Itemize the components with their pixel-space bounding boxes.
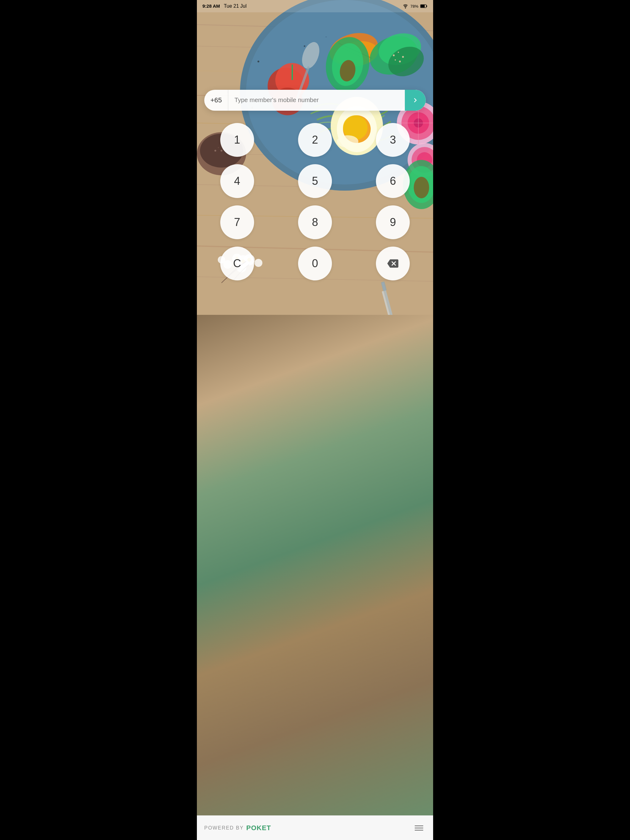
numpad-key-9[interactable]: 9 <box>376 205 410 239</box>
main-content: +65 123456789C0 <box>197 0 433 840</box>
menu-line-2 <box>415 828 423 828</box>
battery-icon <box>420 4 427 8</box>
backspace-icon <box>387 258 398 269</box>
wifi-icon <box>402 4 408 9</box>
svg-rect-83 <box>421 5 425 8</box>
date-display: Tue 21 Jul <box>224 3 246 9</box>
menu-line-1 <box>415 826 423 826</box>
time-display: 9:28 AM <box>203 3 220 9</box>
numpad-key-6[interactable]: 6 <box>376 164 410 198</box>
menu-line-3 <box>415 830 423 831</box>
status-time-date: 9:28 AM Tue 21 Jul <box>203 3 247 9</box>
numpad-key-5[interactable]: 5 <box>298 164 332 198</box>
numpad-key-2[interactable]: 2 <box>298 123 332 157</box>
phone-number-input[interactable] <box>228 90 405 111</box>
numpad-key-backspace[interactable] <box>376 246 410 280</box>
numpad-key-1[interactable]: 1 <box>220 123 254 157</box>
footer: POWERED BY POKET <box>197 815 433 840</box>
numpad-key-3[interactable]: 3 <box>376 123 410 157</box>
numpad-key-7[interactable]: 7 <box>220 205 254 239</box>
country-code-display: +65 <box>204 90 228 111</box>
poket-brand-name: POKET <box>246 824 271 832</box>
numpad-key-clear[interactable]: C <box>220 246 254 280</box>
numpad-key-8[interactable]: 8 <box>298 205 332 239</box>
footer-brand: POWERED BY POKET <box>204 824 271 832</box>
battery-display: 78% <box>410 4 418 9</box>
numpad: 123456789C0 <box>197 123 433 280</box>
numpad-key-4[interactable]: 4 <box>220 164 254 198</box>
phone-input-section: +65 <box>197 90 433 111</box>
status-icons: 78% <box>402 4 427 9</box>
numpad-key-0[interactable]: 0 <box>298 246 332 280</box>
app-container: 9:28 AM Tue 21 Jul 78% <box>197 0 433 840</box>
svg-point-81 <box>405 7 406 8</box>
submit-button[interactable] <box>405 90 426 111</box>
arrow-right-icon <box>411 96 419 104</box>
status-bar: 9:28 AM Tue 21 Jul 78% <box>197 0 433 12</box>
powered-by-label: POWERED BY <box>204 825 244 831</box>
svg-rect-84 <box>426 5 427 7</box>
phone-input-container: +65 <box>204 90 426 111</box>
menu-button[interactable] <box>412 823 426 833</box>
